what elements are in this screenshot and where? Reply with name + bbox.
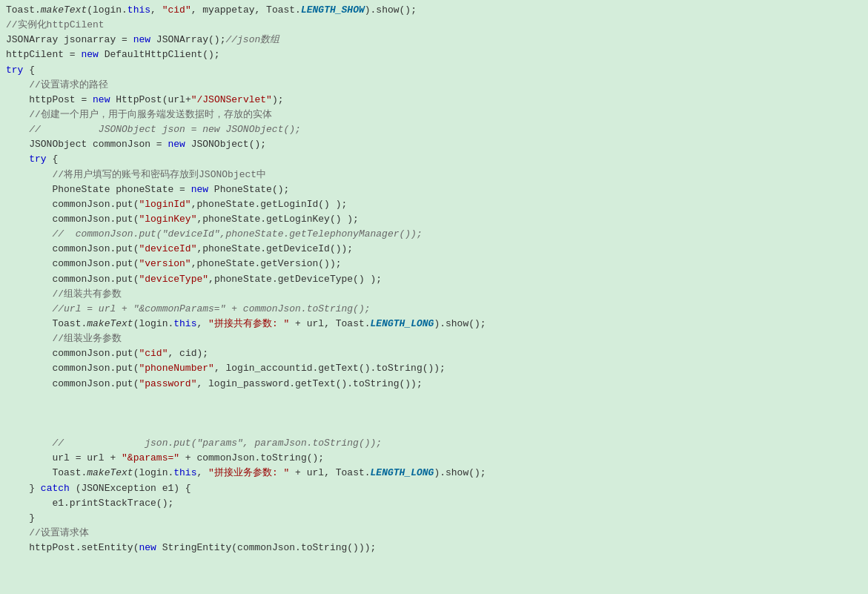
- code-line: //设置请求的路径: [0, 78, 868, 93]
- code-line: e1.printStackTrace();: [0, 496, 868, 511]
- code-line: try {: [0, 63, 868, 78]
- code-line: try {: [0, 152, 868, 167]
- code-line: // json.put("params", paramJson.toString…: [0, 436, 868, 451]
- code-line: // commonJson.put("deviceId",phoneState.…: [0, 227, 868, 242]
- code-line: commonJson.put("deviceId",phoneState.get…: [0, 242, 868, 257]
- code-line: commonJson.put("loginId",phoneState.getL…: [0, 197, 868, 212]
- code-content: Toast.makeText(login.this, "cid", myappe…: [0, 3, 868, 555]
- code-line: //组装共有参数: [0, 287, 868, 302]
- code-line: httpPost.setEntity(new StringEntity(comm…: [0, 541, 868, 555]
- code-line: Toast.makeText(login.this, "cid", myappe…: [0, 3, 868, 18]
- code-line: [0, 392, 868, 406]
- code-line: commonJson.put("deviceType",phoneState.g…: [0, 272, 868, 287]
- code-line: commonJson.put("phoneNumber", login_acco…: [0, 361, 868, 376]
- code-line: // JSONObject json = new JSONObject();: [0, 122, 868, 137]
- code-line: [0, 421, 868, 436]
- code-line: //url = url + "&commonParams=" + commonJ…: [0, 302, 868, 317]
- code-line: commonJson.put("version",phoneState.getV…: [0, 257, 868, 271]
- code-line: //将用户填写的账号和密码存放到JSONObject中: [0, 168, 868, 182]
- code-line: commonJson.put("cid", cid);: [0, 346, 868, 361]
- code-line: JSONObject commonJson = new JSONObject()…: [0, 137, 868, 152]
- code-line: httpPost = new HttpPost(url+"/JSONServle…: [0, 93, 868, 108]
- code-line: JSONArray jsonarray = new JSONArray();//…: [0, 33, 868, 47]
- code-line: //创建一个用户，用于向服务端发送数据时，存放的实体: [0, 108, 868, 122]
- code-line: } catch (JSONException e1) {: [0, 481, 868, 496]
- code-line: commonJson.put("loginKey",phoneState.get…: [0, 212, 868, 227]
- code-line: }: [0, 511, 868, 526]
- code-line: [0, 406, 868, 421]
- code-line: url = url + "&params=" + commonJson.toSt…: [0, 451, 868, 466]
- code-line: commonJson.put("password", login_passwor…: [0, 377, 868, 392]
- code-line: //设置请求体: [0, 526, 868, 541]
- code-line: Toast.makeText(login.this, "拼接共有参数: " + …: [0, 317, 868, 331]
- code-line: Toast.makeText(login.this, "拼接业务参数: " + …: [0, 466, 868, 481]
- code-line: //组装业务参数: [0, 331, 868, 346]
- code-editor: Toast.makeText(login.this, "cid", myappe…: [0, 0, 868, 594]
- code-line: PhoneState phoneState = new PhoneState()…: [0, 182, 868, 197]
- code-line: //实例化httpCilent: [0, 18, 868, 33]
- code-line: httpCilent = new DefaultHttpClient();: [0, 47, 868, 62]
